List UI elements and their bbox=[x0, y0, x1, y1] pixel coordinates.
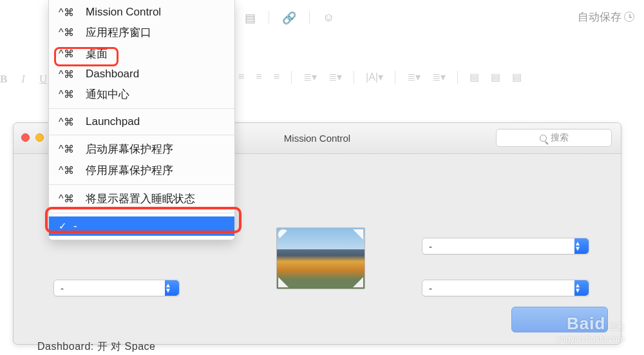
indent-right-icon[interactable]: ▤ bbox=[512, 71, 522, 84]
spacing-icon[interactable]: ≣▾ bbox=[328, 71, 342, 84]
hot-corner-menu[interactable]: ^⌘ Mission Control ^⌘ 应用程序窗口 ^⌘ 桌面 ^⌘ Da… bbox=[48, 0, 235, 240]
menu-label: Dashboard bbox=[86, 68, 139, 81]
check-icon: ✓ bbox=[59, 220, 67, 232]
toolbar-separator bbox=[457, 71, 458, 84]
corner-br-select[interactable]: - ▲ ▼ bbox=[422, 280, 589, 296]
corner-tl-icon bbox=[278, 229, 289, 240]
shortcut-label: ^⌘ bbox=[59, 143, 82, 155]
menu-item-none[interactable]: ✓ - bbox=[49, 216, 234, 236]
list-icon[interactable]: ≣▾ bbox=[407, 71, 421, 84]
menu-separator bbox=[49, 184, 234, 185]
menu-label: Mission Control bbox=[86, 6, 161, 19]
letterspace-icon[interactable]: |A|▾ bbox=[366, 71, 383, 84]
search-icon bbox=[540, 135, 547, 142]
align-left-icon[interactable]: ≡ bbox=[238, 71, 244, 84]
ok-button[interactable] bbox=[511, 307, 608, 332]
menu-item-app-windows[interactable]: ^⌘ 应用程序窗口 bbox=[49, 22, 234, 43]
stepper-arrows-icon: ▲ ▼ bbox=[574, 238, 589, 254]
menu-item-start-screensaver[interactable]: ^⌘ 启动屏幕保护程序 bbox=[49, 139, 234, 160]
select-value: - bbox=[429, 241, 432, 252]
select-value: - bbox=[429, 283, 432, 294]
menu-label: 应用程序窗口 bbox=[86, 25, 151, 40]
stepper-arrows-icon: ▲ ▼ bbox=[165, 280, 179, 296]
align-right-icon[interactable]: ≡ bbox=[274, 71, 279, 84]
shortcut-label: ^⌘ bbox=[59, 68, 82, 81]
menu-separator bbox=[49, 135, 234, 135]
menu-label: 将显示器置入睡眠状态 bbox=[86, 191, 195, 206]
stepper-arrows-icon: ▲ ▼ bbox=[574, 280, 589, 296]
sep-icon bbox=[269, 11, 269, 24]
menu-label: - bbox=[73, 220, 77, 233]
corner-tr-icon bbox=[353, 229, 363, 240]
corner-bl-select[interactable]: - ▲ ▼ bbox=[53, 280, 180, 296]
shortcut-label: ^⌘ bbox=[59, 48, 82, 60]
minimize-button[interactable] bbox=[35, 133, 44, 142]
menu-label: Launchpad bbox=[86, 115, 140, 128]
menu-label: 通知中心 bbox=[86, 87, 129, 102]
auto-save-label: 自动保存 bbox=[578, 10, 634, 24]
select-value: - bbox=[61, 283, 64, 294]
search-placeholder: 搜索 bbox=[551, 132, 569, 144]
menu-label: 启动屏幕保护程序 bbox=[86, 142, 173, 157]
menu-label: 停用屏幕保护程序 bbox=[86, 163, 173, 178]
search-input[interactable]: 搜索 bbox=[496, 129, 612, 147]
corner-tr-select[interactable]: - ▲ ▼ bbox=[422, 238, 589, 254]
menu-item-mission-control[interactable]: ^⌘ Mission Control bbox=[49, 3, 234, 22]
sep-icon bbox=[309, 11, 310, 24]
menu-label: 桌面 bbox=[86, 46, 108, 61]
menu-item-notification-center[interactable]: ^⌘ 通知中心 bbox=[49, 84, 234, 105]
menu-item-desktop[interactable]: ^⌘ 桌面 bbox=[49, 43, 234, 64]
toolbar-icons: ▤ 🔗 ☺ bbox=[245, 11, 334, 25]
shortcut-label: ^⌘ bbox=[59, 193, 82, 205]
indent-center-icon[interactable]: ▤ bbox=[491, 71, 500, 84]
lineheight-icon[interactable]: ≣▾ bbox=[303, 71, 317, 84]
bottom-cut-text: Dashboard: 开 对 Space bbox=[37, 340, 155, 354]
toolbar-separator bbox=[291, 71, 292, 84]
align-center-icon[interactable]: ≡ bbox=[256, 71, 261, 84]
shortcut-label: ^⌘ bbox=[59, 6, 82, 19]
shortcut-label: ^⌘ bbox=[59, 88, 82, 101]
menu-separator bbox=[49, 108, 234, 109]
menu-item-launchpad[interactable]: ^⌘ Launchpad bbox=[49, 112, 234, 131]
emoji-icon[interactable]: ☺ bbox=[323, 11, 334, 25]
link-icon[interactable]: 🔗 bbox=[282, 11, 296, 25]
menu-item-disable-screensaver[interactable]: ^⌘ 停用屏幕保护程序 bbox=[49, 160, 234, 181]
clock-icon bbox=[624, 12, 634, 22]
menu-separator bbox=[49, 213, 234, 213]
menu-item-dashboard[interactable]: ^⌘ Dashboard bbox=[49, 64, 234, 84]
ordered-list-icon[interactable]: ≣▾ bbox=[432, 71, 446, 84]
hot-corners-thumbnail bbox=[276, 227, 365, 289]
indent-left-icon[interactable]: ▤ bbox=[469, 71, 479, 84]
note-icon[interactable]: ▤ bbox=[245, 11, 256, 25]
close-button[interactable] bbox=[21, 133, 30, 142]
menu-item-sleep-display[interactable]: ^⌘ 将显示器置入睡眠状态 bbox=[49, 188, 234, 209]
toolbar-separator bbox=[395, 71, 395, 84]
window-title: Mission Control bbox=[284, 133, 350, 144]
corner-bl-icon bbox=[278, 277, 289, 287]
toolbar-separator bbox=[354, 71, 354, 84]
shortcut-label: ^⌘ bbox=[59, 164, 82, 177]
corner-br-icon bbox=[353, 277, 363, 287]
shortcut-label: ^⌘ bbox=[59, 26, 82, 39]
shortcut-label: ^⌘ bbox=[59, 116, 82, 128]
